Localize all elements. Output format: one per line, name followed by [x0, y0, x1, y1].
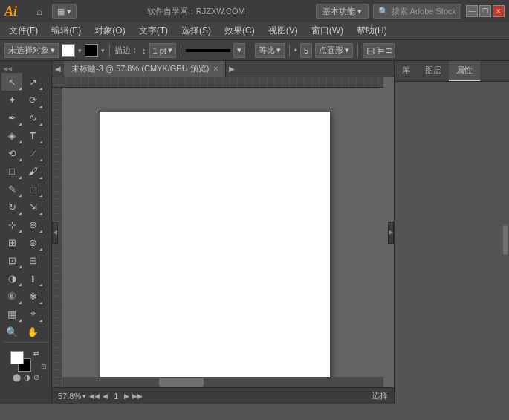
menu-window[interactable]: 窗口(W)	[305, 23, 349, 39]
selection-icon: ↖	[8, 77, 16, 88]
gradient-mode-button[interactable]: ◑	[24, 373, 30, 381]
pencil-tool-button[interactable]: ✎	[1, 180, 22, 198]
text-tool-button[interactable]: T	[22, 126, 43, 144]
basic-functions-button[interactable]: 基本功能 ▾	[316, 4, 369, 19]
tool-row-2: ✦ ⟳	[1, 91, 50, 109]
lasso-icon: ⟳	[29, 94, 37, 106]
h-scrollbar-thumb[interactable]	[159, 378, 204, 387]
curvature-icon: ∿	[29, 112, 37, 123]
warp-tool-button[interactable]: ⊕	[22, 216, 43, 233]
menu-file[interactable]: 文件(F)	[3, 23, 44, 39]
zoom-display[interactable]: 57.8% ▾	[58, 392, 86, 401]
hand-tool-button[interactable]: ✋	[22, 323, 43, 340]
page-number[interactable]: 1	[111, 392, 121, 401]
canvas-viewport[interactable]	[62, 104, 394, 404]
touch-type-button[interactable]: ⟲	[1, 144, 22, 162]
column-graph-button[interactable]: ▦	[1, 305, 22, 323]
page-nav-prev[interactable]: ◀	[103, 392, 108, 400]
default-colors-button[interactable]: ⊡	[41, 363, 47, 370]
tab-bar: ◀ 未标题-3 @ 57.8% (CMYK/GPU 预览) × ▶	[52, 61, 394, 77]
brush-size-input[interactable]: 5	[300, 43, 312, 58]
mesh-tool-button[interactable]: ⊟	[22, 251, 43, 269]
document-tab[interactable]: 未标题-3 @ 57.8% (CMYK/GPU 预览) ×	[64, 61, 226, 77]
magic-wand-tool-button[interactable]: ✦	[1, 91, 22, 109]
perspective-button[interactable]: ⊡	[1, 251, 22, 269]
scale-dropdown[interactable]: 等比 ▾	[255, 43, 285, 58]
menu-bar: 文件(F) 编辑(E) 对象(O) 文字(T) 选择(S) 效果(C) 视图(V…	[0, 22, 509, 40]
width-tool-button[interactable]: ⊹	[1, 216, 22, 233]
fill-swatch-large[interactable]	[10, 351, 24, 364]
rectangle-tool-button[interactable]: □	[1, 162, 22, 180]
menu-edit[interactable]: 编辑(E)	[45, 23, 87, 39]
restore-button[interactable]: ❐	[479, 5, 491, 17]
scale-tool-button[interactable]: ⇲	[22, 198, 43, 216]
search-bar[interactable]: 🔍 搜索 Adobe Stock	[373, 4, 461, 19]
align-options[interactable]: ⊟ ⊫ ≡	[363, 43, 395, 58]
menu-view[interactable]: 视图(V)	[262, 23, 304, 39]
gradient-tool-button[interactable]: ◑	[1, 269, 22, 287]
left-panel-collapse[interactable]: ◀	[52, 222, 58, 244]
workspace-icon: ▦ ▾	[57, 7, 71, 16]
eraser-tool-button[interactable]: ◻	[22, 180, 43, 198]
zoom-icon: 🔍	[6, 326, 18, 337]
stroke-style-dropdown[interactable]: ▾	[233, 43, 245, 58]
width-icon: ⊹	[8, 219, 16, 230]
artboard	[100, 112, 330, 404]
home-button[interactable]: ⌂	[31, 3, 48, 19]
paintbrush-tool-button[interactable]: 🖌	[22, 162, 43, 180]
tab-scroll-left[interactable]: ◀	[52, 61, 64, 77]
tab-close-button[interactable]: ×	[213, 65, 218, 73]
eraser-icon: ◻	[29, 184, 37, 195]
line-tool-button[interactable]: ⟋	[22, 144, 43, 162]
status-bar: 57.8% ▾ ◀◀ ◀ 1 ▶ ▶▶ 选择	[52, 387, 394, 404]
tab-scroll-right[interactable]: ▶	[226, 61, 238, 77]
direct-selection-tool-button[interactable]: ↗	[22, 73, 43, 91]
menu-text[interactable]: 文字(T)	[133, 23, 174, 39]
lasso-tool-button[interactable]: ⟳	[22, 91, 43, 109]
tab-library[interactable]: 库	[395, 61, 418, 81]
none-mode-button[interactable]: ⊘	[33, 373, 39, 381]
tool-row-3: ✒ ∿	[1, 109, 50, 126]
anchor-tool-button[interactable]: ◈	[1, 126, 22, 144]
right-panel-collapse[interactable]: ▶	[388, 222, 394, 244]
brush-type-arrow-icon: ▾	[345, 45, 349, 55]
page-nav-next[interactable]: ▶	[124, 392, 129, 400]
tab-properties[interactable]: 属性	[449, 61, 480, 81]
panel-scrollbar-thumb[interactable]	[503, 225, 508, 255]
symbol-tool-button[interactable]: ❃	[22, 287, 43, 305]
align-right-icon: ⊫	[376, 45, 385, 56]
selection-tool-button[interactable]: ↖	[1, 73, 22, 91]
fill-arrow-icon: ▾	[78, 47, 82, 54]
stroke-size-input[interactable]: 1 pt ▾	[149, 43, 176, 58]
align-icon: ⊟	[366, 45, 375, 56]
slice-tool-button[interactable]: ⌖	[22, 305, 43, 323]
fill-color-swatch[interactable]	[62, 44, 75, 57]
close-button[interactable]: ✕	[493, 5, 505, 17]
object-selector-dropdown[interactable]: 未选择对象 ▾	[4, 43, 59, 58]
shape-builder-button[interactable]: ⊚	[22, 233, 43, 251]
swap-colors-button[interactable]: ⇄	[33, 349, 39, 357]
workspace-switcher[interactable]: ▦ ▾	[52, 4, 77, 19]
eyedropper-tool-button[interactable]: ⫿	[22, 269, 43, 287]
blend-tool-button[interactable]: ⑧	[1, 287, 22, 305]
stroke-label: 描边：	[114, 45, 139, 56]
color-mode-button[interactable]: ⬤	[13, 373, 21, 381]
menu-effect[interactable]: 效果(C)	[218, 23, 261, 39]
minimize-button[interactable]: —	[466, 5, 478, 17]
free-transform-button[interactable]: ⊞	[1, 233, 22, 251]
menu-select[interactable]: 选择(S)	[175, 23, 217, 39]
curvature-tool-button[interactable]: ∿	[22, 109, 43, 126]
rotate-tool-button[interactable]: ↻	[1, 198, 22, 216]
horizontal-scrollbar[interactable]	[62, 377, 383, 387]
page-nav-last[interactable]: ▶▶	[132, 392, 143, 400]
menu-object[interactable]: 对象(O)	[88, 23, 131, 39]
tab-layers[interactable]: 图层	[418, 61, 449, 81]
zoom-tool-button[interactable]: 🔍	[1, 323, 22, 340]
anchor-icon: ◈	[8, 130, 16, 141]
menu-help[interactable]: 帮助(H)	[351, 23, 393, 39]
brush-type-dropdown[interactable]: 点圆形 ▾	[315, 43, 353, 58]
page-nav-first[interactable]: ◀◀	[89, 392, 100, 400]
tool-row-14: ▦ ⌖	[1, 305, 50, 323]
pen-tool-button[interactable]: ✒	[1, 109, 22, 126]
stroke-color-swatch[interactable]	[85, 44, 98, 57]
